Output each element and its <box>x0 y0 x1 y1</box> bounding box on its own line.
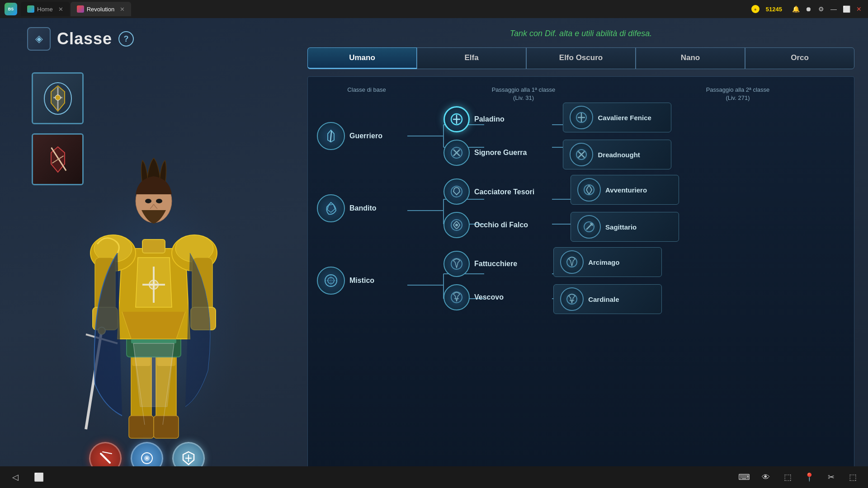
tab-orco-label: Orco <box>791 53 809 62</box>
signore-guerra-label: Signore Guerra <box>474 149 527 157</box>
keyboard-button[interactable]: ⌨ <box>736 469 752 485</box>
tab-home[interactable]: Home ✕ <box>21 2 70 16</box>
bandito-base[interactable]: Bandito <box>317 194 407 222</box>
record-button[interactable]: ⏺ <box>804 5 813 14</box>
tree-container: Guerriero <box>317 111 845 305</box>
svg-point-18 <box>149 280 158 289</box>
base-class-label: Classe di base <box>317 86 416 94</box>
tab-umano[interactable]: Umano <box>307 47 417 69</box>
svg-marker-15 <box>133 343 174 407</box>
bandito-svg <box>323 201 339 216</box>
thumbnail-card-1[interactable] <box>32 72 84 124</box>
tab-elfo-oscuro[interactable]: Elfo Oscuro <box>526 47 636 69</box>
cacciatore-row[interactable]: Cacciatore Tesori <box>443 178 534 205</box>
magic-icon <box>139 450 155 466</box>
tab-umano-label: Umano <box>349 53 375 62</box>
sagittario-box[interactable]: Sagittario <box>571 212 679 242</box>
grid-button[interactable]: ⬚ <box>844 469 861 485</box>
bandito-second-classes: Avventuriero Sagitta <box>571 175 679 242</box>
guerriero-branches: Paladino Signore Guerra <box>443 106 527 166</box>
svg-point-3 <box>55 95 61 100</box>
guerriero-second-classes: Cavaliere Fenice Dreadnoug <box>563 103 671 169</box>
paladino-row[interactable]: Paladino <box>443 106 527 132</box>
back-button[interactable]: ◈ <box>27 27 51 51</box>
taskbar-right: ⌨ 👁 ⬚ 📍 ✂ ⬚ <box>736 469 861 485</box>
vescovo-row[interactable]: Vescovo <box>443 284 517 310</box>
cacciatore-icon <box>443 178 470 205</box>
occhio-falco-icon <box>443 212 470 238</box>
arcimago-box[interactable]: Arcimago <box>553 247 662 277</box>
back-icon: ◈ <box>35 33 43 45</box>
fullscreen-button[interactable]: ⬚ <box>779 469 796 485</box>
subtitle-bar: Tank con Dif. alta e utili abilità di di… <box>307 27 854 40</box>
mistico-branches: Fattucchiere Vescovo <box>443 251 517 310</box>
vescovo-label: Vescovo <box>474 293 515 301</box>
coin-amount: 51245 <box>766 6 782 13</box>
bluestacks-logo: BS <box>5 3 17 15</box>
right-panel: Tank con Dif. alta e utili abilità di di… <box>294 18 868 488</box>
maximize-button[interactable]: ⬜ <box>842 5 851 14</box>
location-button[interactable]: 📍 <box>801 469 817 485</box>
guerriero-svg <box>323 128 339 144</box>
fattucchiere-row[interactable]: Fattucchiere <box>443 251 517 277</box>
taskbar-home-button[interactable]: ⬜ <box>31 469 47 485</box>
svg-point-32 <box>145 199 151 203</box>
dreadnought-icon <box>570 143 593 166</box>
signore-guerra-svg <box>450 146 463 160</box>
bandito-label: Bandito <box>349 204 390 212</box>
help-label: ? <box>124 34 129 44</box>
first-class-label: Passaggio alla 1ª classe <box>416 86 631 94</box>
signore-guerra-row[interactable]: Signore Guerra <box>443 140 527 166</box>
avventuriero-box[interactable]: Avventuriero <box>571 175 679 205</box>
second-class-label: Passaggio alla 2ª classe <box>631 86 845 94</box>
minimize-button[interactable]: — <box>829 5 838 14</box>
tab-elfa[interactable]: Elfa <box>417 47 526 69</box>
character-panel: ◈ Classe ? <box>0 18 294 488</box>
scissors-button[interactable]: ✂ <box>823 469 839 485</box>
cardinale-box[interactable]: Cardinale <box>553 284 662 314</box>
guerriero-label: Guerriero <box>349 132 390 140</box>
svg-line-35 <box>103 452 112 454</box>
coin-icon: ● <box>751 5 760 13</box>
vescovo-icon <box>443 284 470 310</box>
mistico-svg <box>323 273 339 288</box>
arcimago-label: Arcimago <box>588 258 619 266</box>
tab-revolution[interactable]: Revolution ✕ <box>71 2 131 16</box>
cardinale-svg <box>566 293 578 305</box>
view-button[interactable]: 👁 <box>758 469 774 485</box>
second-class-level: (Liv. 271) <box>631 94 845 102</box>
arcimago-icon <box>560 250 584 274</box>
svg-rect-14 <box>131 339 176 343</box>
sagittario-icon <box>577 215 601 239</box>
settings-button[interactable]: ⚙ <box>816 5 826 14</box>
tab-orco[interactable]: Orco <box>745 47 854 69</box>
mistico-base[interactable]: Mistico <box>317 267 407 295</box>
tab-nano[interactable]: Nano <box>636 47 745 69</box>
svg-point-74 <box>455 224 458 226</box>
help-button[interactable]: ? <box>118 31 134 47</box>
tree-headers: Classe di base Passaggio alla 1ª classe … <box>317 86 845 102</box>
avventuriero-icon <box>577 178 601 202</box>
mistico-second-classes: Arcimago Cardinale <box>553 247 662 314</box>
taskbar-back-button[interactable]: ◁ <box>7 469 24 485</box>
close-button[interactable]: ✕ <box>854 5 863 14</box>
paladino-icon <box>443 106 470 132</box>
cardinale-icon <box>560 287 584 311</box>
cavaliere-fenice-box[interactable]: Cavaliere Fenice <box>563 103 671 132</box>
signore-guerra-icon <box>443 140 470 166</box>
titlebar-right: ● 51245 🔔 ⏺ ⚙ — ⬜ ✕ <box>751 5 863 14</box>
header-second-class: Passaggio alla 2ª classe (Liv. 271) <box>631 86 845 102</box>
notify-button[interactable]: 🔔 <box>791 5 800 14</box>
dreadnought-box[interactable]: Dreadnought <box>563 140 671 169</box>
avventuriero-svg <box>583 183 595 196</box>
first-class-level: (Liv. 31) <box>416 94 631 102</box>
occhio-falco-svg <box>450 218 463 232</box>
dreadnought-svg <box>575 148 588 161</box>
cavaliere-fenice-icon <box>570 106 593 129</box>
svg-rect-30 <box>142 239 165 253</box>
svg-line-34 <box>101 454 110 463</box>
occhio-falco-row[interactable]: Occhio di Falco <box>443 212 534 238</box>
revolution-tab-label: Revolution <box>87 6 114 13</box>
guerriero-base[interactable]: Guerriero <box>317 122 407 150</box>
titlebar-controls: 🔔 ⏺ ⚙ — ⬜ ✕ <box>791 5 863 14</box>
